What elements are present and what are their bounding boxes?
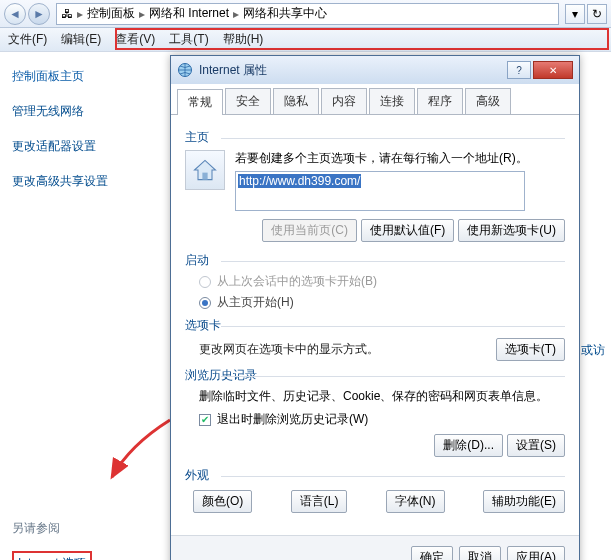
apply-button[interactable]: 应用(A) <box>507 546 565 560</box>
checkbox-icon: ✔ <box>199 414 211 426</box>
delete-on-exit-checkbox[interactable]: ✔ 退出时删除浏览历史记录(W) <box>199 411 565 428</box>
home-icon <box>185 150 225 190</box>
refresh-button[interactable]: ↻ <box>587 4 607 24</box>
tab-general[interactable]: 常规 <box>177 89 223 115</box>
sidebar: 控制面板主页 管理无线网络 更改适配器设置 更改高级共享设置 另请参阅 Inte… <box>0 52 150 560</box>
group-tabs: 选项卡 <box>185 317 565 334</box>
menu-bar: 文件(F) 编辑(E) 查看(V) 工具(T) 帮助(H) <box>0 28 611 52</box>
menu-edit[interactable]: 编辑(E) <box>61 31 101 48</box>
right-strip: 或访 <box>581 52 611 359</box>
use-newtab-button[interactable]: 使用新选项卡(U) <box>458 219 565 242</box>
group-appearance: 外观 <box>185 467 565 484</box>
dialog-tabs: 常规 安全 隐私 内容 连接 程序 高级 <box>171 84 579 115</box>
menu-tools[interactable]: 工具(T) <box>169 31 208 48</box>
menu-file[interactable]: 文件(F) <box>8 31 47 48</box>
svg-rect-1 <box>202 173 207 180</box>
globe-icon <box>177 62 193 78</box>
history-desc: 删除临时文件、历史记录、Cookie、保存的密码和网页表单信息。 <box>199 388 565 405</box>
menu-view[interactable]: 查看(V) <box>115 31 155 48</box>
address-bar: ◄ ► 🖧 ▸ 控制面板 ▸ 网络和 Internet ▸ 网络和共享中心 ▾ … <box>0 0 611 28</box>
menu-help[interactable]: 帮助(H) <box>223 31 264 48</box>
dialog-body: 主页 若要创建多个主页选项卡，请在每行输入一个地址(R)。 http://www… <box>171 115 579 535</box>
radio-icon <box>199 276 211 288</box>
sidebar-link-1[interactable]: 更改适配器设置 <box>12 138 138 155</box>
close-button[interactable]: ✕ <box>533 61 573 79</box>
use-default-button[interactable]: 使用默认值(F) <box>361 219 454 242</box>
nav-back-button[interactable]: ◄ <box>4 3 26 25</box>
right-strip-label[interactable]: 或访 <box>581 343 605 357</box>
fonts-button[interactable]: 字体(N) <box>386 490 445 513</box>
sidebar-link-0[interactable]: 管理无线网络 <box>12 103 138 120</box>
tab-advanced[interactable]: 高级 <box>465 88 511 114</box>
homepage-url-input[interactable]: http://www.dh399.com/ <box>235 171 525 211</box>
crumb-2[interactable]: 网络和共享中心 <box>243 5 327 22</box>
dialog-title: Internet 属性 <box>199 62 505 79</box>
startup-radio-home[interactable]: 从主页开始(H) <box>199 294 565 311</box>
radio-icon <box>199 297 211 309</box>
startup-radio-last[interactable]: 从上次会话中的选项卡开始(B) <box>199 273 565 290</box>
breadcrumb[interactable]: 🖧 ▸ 控制面板 ▸ 网络和 Internet ▸ 网络和共享中心 <box>56 3 559 25</box>
dialog-titlebar[interactable]: Internet 属性 ? ✕ <box>171 56 579 84</box>
delete-button[interactable]: 删除(D)... <box>434 434 503 457</box>
colors-button[interactable]: 颜色(O) <box>193 490 252 513</box>
sidebar-link-2[interactable]: 更改高级共享设置 <box>12 173 138 190</box>
cancel-button[interactable]: 取消 <box>459 546 501 560</box>
group-homepage: 主页 <box>185 129 565 146</box>
see-also-title: 另请参阅 <box>12 520 138 537</box>
crumb-1[interactable]: 网络和 Internet <box>149 5 229 22</box>
language-button[interactable]: 语言(L) <box>291 490 348 513</box>
settings-button[interactable]: 设置(S) <box>507 434 565 457</box>
tab-privacy[interactable]: 隐私 <box>273 88 319 114</box>
tab-security[interactable]: 安全 <box>225 88 271 114</box>
dropdown-icon[interactable]: ▾ <box>565 4 585 24</box>
help-button[interactable]: ? <box>507 61 531 79</box>
tab-content[interactable]: 内容 <box>321 88 367 114</box>
group-history: 浏览历史记录 <box>185 367 565 384</box>
use-current-button: 使用当前页(C) <box>262 219 357 242</box>
tabs-desc: 更改网页在选项卡中的显示方式。 <box>199 341 379 358</box>
group-startup: 启动 <box>185 252 565 269</box>
ok-button[interactable]: 确定 <box>411 546 453 560</box>
sidebar-internet-options[interactable]: Internet 选项 <box>12 551 92 560</box>
nav-forward-button[interactable]: ► <box>28 3 50 25</box>
network-icon: 🖧 <box>61 7 73 21</box>
accessibility-button[interactable]: 辅助功能(E) <box>483 490 565 513</box>
tab-connections[interactable]: 连接 <box>369 88 415 114</box>
crumb-0[interactable]: 控制面板 <box>87 5 135 22</box>
dialog-footer: 确定 取消 应用(A) <box>171 535 579 560</box>
homepage-desc: 若要创建多个主页选项卡，请在每行输入一个地址(R)。 <box>235 150 565 167</box>
tab-programs[interactable]: 程序 <box>417 88 463 114</box>
sidebar-home[interactable]: 控制面板主页 <box>12 68 138 85</box>
internet-properties-dialog: Internet 属性 ? ✕ 常规 安全 隐私 内容 连接 程序 高级 主页 … <box>170 55 580 560</box>
tabs-button[interactable]: 选项卡(T) <box>496 338 565 361</box>
